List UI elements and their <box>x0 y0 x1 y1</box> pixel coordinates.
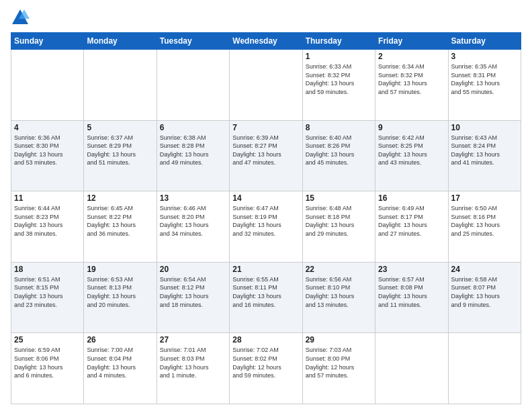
week-row-4: 18Sunrise: 6:51 AM Sunset: 8:15 PM Dayli… <box>11 262 521 333</box>
day-number: 10 <box>451 123 518 132</box>
day-number: 29 <box>306 335 372 345</box>
day-number: 11 <box>14 193 81 203</box>
day-cell: 5Sunrise: 6:37 AM Sunset: 8:29 PM Daylig… <box>84 120 157 191</box>
day-number: 7 <box>232 123 299 132</box>
day-cell: 11Sunrise: 6:44 AM Sunset: 8:23 PM Dayli… <box>11 191 84 263</box>
day-cell: 20Sunrise: 6:54 AM Sunset: 8:12 PM Dayli… <box>157 262 229 333</box>
calendar: SundayMondayTuesdayWednesdayThursdayFrid… <box>11 32 521 404</box>
week-row-5: 25Sunrise: 6:59 AM Sunset: 8:06 PM Dayli… <box>11 333 521 404</box>
day-number: 4 <box>14 123 81 132</box>
day-cell: 23Sunrise: 6:57 AM Sunset: 8:08 PM Dayli… <box>375 262 448 333</box>
day-number: 13 <box>160 193 226 203</box>
day-cell: 28Sunrise: 7:02 AM Sunset: 8:02 PM Dayli… <box>230 333 302 404</box>
weekday-header-saturday: Saturday <box>448 33 521 50</box>
day-info: Sunrise: 7:02 AM Sunset: 8:02 PM Dayligh… <box>232 346 299 379</box>
day-cell: 4Sunrise: 6:36 AM Sunset: 8:30 PM Daylig… <box>11 120 84 191</box>
day-info: Sunrise: 6:57 AM Sunset: 8:08 PM Dayligh… <box>378 275 445 309</box>
day-number: 17 <box>451 193 518 203</box>
day-info: Sunrise: 6:33 AM Sunset: 8:32 PM Dayligh… <box>306 62 372 96</box>
day-info: Sunrise: 7:01 AM Sunset: 8:03 PM Dayligh… <box>160 346 226 379</box>
day-cell: 29Sunrise: 7:03 AM Sunset: 8:00 PM Dayli… <box>302 333 375 404</box>
day-info: Sunrise: 6:54 AM Sunset: 8:12 PM Dayligh… <box>160 275 226 309</box>
day-cell: 22Sunrise: 6:56 AM Sunset: 8:10 PM Dayli… <box>302 262 375 333</box>
day-info: Sunrise: 6:35 AM Sunset: 8:31 PM Dayligh… <box>451 62 518 96</box>
day-info: Sunrise: 6:44 AM Sunset: 8:23 PM Dayligh… <box>14 204 81 238</box>
day-info: Sunrise: 6:46 AM Sunset: 8:20 PM Dayligh… <box>160 204 226 238</box>
day-info: Sunrise: 6:58 AM Sunset: 8:07 PM Dayligh… <box>451 275 518 309</box>
day-cell: 8Sunrise: 6:40 AM Sunset: 8:26 PM Daylig… <box>302 120 375 191</box>
day-info: Sunrise: 6:45 AM Sunset: 8:22 PM Dayligh… <box>87 204 153 238</box>
day-cell: 25Sunrise: 6:59 AM Sunset: 8:06 PM Dayli… <box>11 333 84 404</box>
day-number: 21 <box>232 265 299 274</box>
weekday-header-wednesday: Wednesday <box>230 33 302 50</box>
day-cell <box>157 50 229 121</box>
day-number: 12 <box>87 193 153 203</box>
day-info: Sunrise: 6:40 AM Sunset: 8:26 PM Dayligh… <box>306 134 372 167</box>
day-number: 18 <box>14 265 81 274</box>
day-cell <box>84 50 157 121</box>
day-cell: 18Sunrise: 6:51 AM Sunset: 8:15 PM Dayli… <box>11 262 84 333</box>
day-cell: 7Sunrise: 6:39 AM Sunset: 8:27 PM Daylig… <box>230 120 302 191</box>
week-row-3: 11Sunrise: 6:44 AM Sunset: 8:23 PM Dayli… <box>11 191 521 263</box>
day-cell: 6Sunrise: 6:38 AM Sunset: 8:28 PM Daylig… <box>157 120 229 191</box>
header <box>11 8 521 27</box>
day-cell: 17Sunrise: 6:50 AM Sunset: 8:16 PM Dayli… <box>448 191 521 263</box>
day-number: 16 <box>378 193 445 203</box>
day-cell: 15Sunrise: 6:48 AM Sunset: 8:18 PM Dayli… <box>302 191 375 263</box>
week-row-2: 4Sunrise: 6:36 AM Sunset: 8:30 PM Daylig… <box>11 120 521 191</box>
day-info: Sunrise: 6:43 AM Sunset: 8:24 PM Dayligh… <box>451 134 518 167</box>
weekday-header-friday: Friday <box>375 33 448 50</box>
day-info: Sunrise: 7:00 AM Sunset: 8:04 PM Dayligh… <box>87 346 153 379</box>
weekday-header-row: SundayMondayTuesdayWednesdayThursdayFrid… <box>11 33 521 50</box>
day-number: 3 <box>451 52 518 61</box>
day-number: 20 <box>160 265 226 274</box>
day-cell: 27Sunrise: 7:01 AM Sunset: 8:03 PM Dayli… <box>157 333 229 404</box>
day-number: 2 <box>378 52 445 61</box>
week-row-1: 1Sunrise: 6:33 AM Sunset: 8:32 PM Daylig… <box>11 50 521 121</box>
day-info: Sunrise: 7:03 AM Sunset: 8:00 PM Dayligh… <box>306 346 372 379</box>
day-number: 24 <box>451 265 518 274</box>
day-info: Sunrise: 6:49 AM Sunset: 8:17 PM Dayligh… <box>378 204 445 238</box>
day-cell: 3Sunrise: 6:35 AM Sunset: 8:31 PM Daylig… <box>448 50 521 121</box>
logo <box>11 8 32 27</box>
day-cell: 13Sunrise: 6:46 AM Sunset: 8:20 PM Dayli… <box>157 191 229 263</box>
day-info: Sunrise: 6:50 AM Sunset: 8:16 PM Dayligh… <box>451 204 518 238</box>
day-info: Sunrise: 6:51 AM Sunset: 8:15 PM Dayligh… <box>14 275 81 309</box>
day-number: 1 <box>306 52 372 61</box>
day-number: 22 <box>306 265 372 274</box>
day-number: 26 <box>87 335 153 345</box>
day-cell: 14Sunrise: 6:47 AM Sunset: 8:19 PM Dayli… <box>230 191 302 263</box>
day-cell: 12Sunrise: 6:45 AM Sunset: 8:22 PM Dayli… <box>84 191 157 263</box>
day-cell <box>11 50 84 121</box>
day-number: 5 <box>87 123 153 132</box>
day-info: Sunrise: 6:39 AM Sunset: 8:27 PM Dayligh… <box>232 134 299 167</box>
day-cell <box>230 50 302 121</box>
day-number: 8 <box>306 123 372 132</box>
day-number: 27 <box>160 335 226 345</box>
day-cell: 10Sunrise: 6:43 AM Sunset: 8:24 PM Dayli… <box>448 120 521 191</box>
day-number: 25 <box>14 335 81 345</box>
weekday-header-thursday: Thursday <box>302 33 375 50</box>
day-number: 28 <box>232 335 299 345</box>
day-info: Sunrise: 6:59 AM Sunset: 8:06 PM Dayligh… <box>14 346 81 379</box>
day-cell: 24Sunrise: 6:58 AM Sunset: 8:07 PM Dayli… <box>448 262 521 333</box>
day-cell: 19Sunrise: 6:53 AM Sunset: 8:13 PM Dayli… <box>84 262 157 333</box>
day-number: 9 <box>378 123 445 132</box>
day-number: 19 <box>87 265 153 274</box>
weekday-header-tuesday: Tuesday <box>157 33 229 50</box>
day-info: Sunrise: 6:48 AM Sunset: 8:18 PM Dayligh… <box>306 204 372 238</box>
day-info: Sunrise: 6:34 AM Sunset: 8:32 PM Dayligh… <box>378 62 445 96</box>
day-cell: 26Sunrise: 7:00 AM Sunset: 8:04 PM Dayli… <box>84 333 157 404</box>
day-cell: 9Sunrise: 6:42 AM Sunset: 8:25 PM Daylig… <box>375 120 448 191</box>
day-info: Sunrise: 6:42 AM Sunset: 8:25 PM Dayligh… <box>378 134 445 167</box>
weekday-header-sunday: Sunday <box>11 33 84 50</box>
day-cell <box>375 333 448 404</box>
day-cell: 2Sunrise: 6:34 AM Sunset: 8:32 PM Daylig… <box>375 50 448 121</box>
day-number: 23 <box>378 265 445 274</box>
day-cell: 16Sunrise: 6:49 AM Sunset: 8:17 PM Dayli… <box>375 191 448 263</box>
day-info: Sunrise: 6:47 AM Sunset: 8:19 PM Dayligh… <box>232 204 299 238</box>
day-info: Sunrise: 6:36 AM Sunset: 8:30 PM Dayligh… <box>14 134 81 167</box>
logo-icon <box>11 8 30 27</box>
day-info: Sunrise: 6:55 AM Sunset: 8:11 PM Dayligh… <box>232 275 299 309</box>
day-cell: 21Sunrise: 6:55 AM Sunset: 8:11 PM Dayli… <box>230 262 302 333</box>
